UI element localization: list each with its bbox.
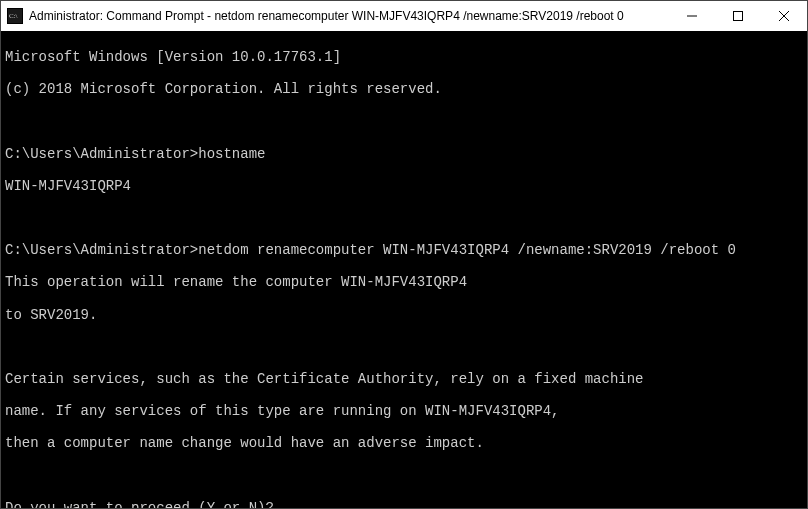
prompt-line-2: C:\Users\Administrator>netdom renamecomp… — [5, 242, 803, 258]
hostname-output: WIN-MJFV43IQRP4 — [5, 178, 803, 194]
prompt-path: C:\Users\Administrator> — [5, 146, 198, 162]
close-button[interactable] — [761, 1, 807, 31]
terminal-area[interactable]: Microsoft Windows [Version 10.0.17763.1]… — [1, 31, 807, 508]
command-text: netdom renamecomputer WIN-MJFV43IQRP4 /n… — [198, 242, 736, 258]
output-line: then a computer name change would have a… — [5, 435, 803, 451]
titlebar[interactable]: C:\ Administrator: Command Prompt - netd… — [1, 1, 807, 31]
output-line: to SRV2019. — [5, 307, 803, 323]
window-controls — [669, 1, 807, 31]
version-line: Microsoft Windows [Version 10.0.17763.1] — [5, 49, 803, 65]
cmd-icon: C:\ — [7, 8, 23, 24]
minimize-button[interactable] — [669, 1, 715, 31]
prompt-line-1: C:\Users\Administrator>hostname — [5, 146, 803, 162]
blank-line — [5, 468, 803, 484]
copyright-line: (c) 2018 Microsoft Corporation. All righ… — [5, 81, 803, 97]
blank-line — [5, 113, 803, 129]
command-text: hostname — [198, 146, 265, 162]
svg-rect-4 — [734, 12, 743, 21]
blank-line — [5, 339, 803, 355]
maximize-button[interactable] — [715, 1, 761, 31]
svg-text:C:\: C:\ — [9, 12, 18, 20]
confirm-prompt: Do you want to proceed (Y or N)? — [5, 500, 803, 508]
cmd-window: C:\ Administrator: Command Prompt - netd… — [0, 0, 808, 509]
blank-line — [5, 210, 803, 226]
output-line: Certain services, such as the Certificat… — [5, 371, 803, 387]
output-line: This operation will rename the computer … — [5, 274, 803, 290]
window-title: Administrator: Command Prompt - netdom r… — [29, 9, 669, 23]
output-line: name. If any services of this type are r… — [5, 403, 803, 419]
prompt-path: C:\Users\Administrator> — [5, 242, 198, 258]
